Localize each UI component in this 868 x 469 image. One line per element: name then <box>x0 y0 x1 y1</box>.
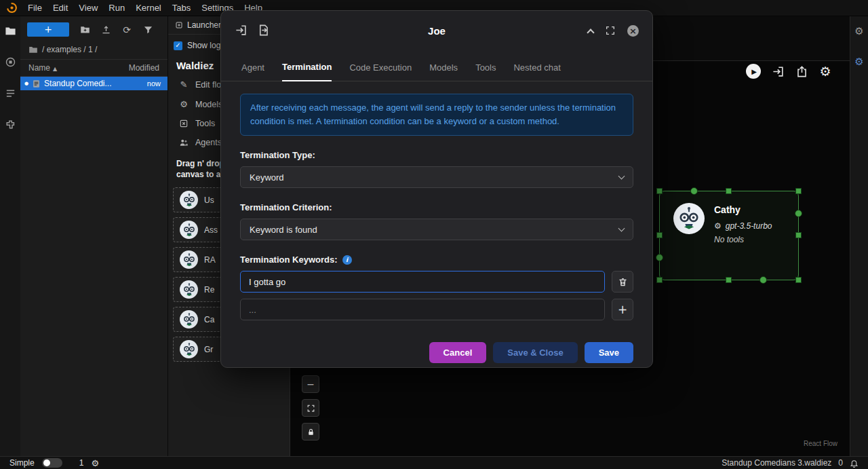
menu-file[interactable]: File <box>22 0 47 16</box>
jupyterlab-window: File Edit View Run Kernel Tabs Settings … <box>0 0 868 469</box>
termination-keyword-input[interactable] <box>240 271 605 293</box>
robot-avatar <box>180 250 198 269</box>
delete-keyword-button[interactable] <box>612 271 633 293</box>
agent-node-cathy[interactable]: Cathy ⚙ gpt-3.5-turbo No tools <box>659 191 799 280</box>
node-model: ⚙ gpt-3.5-turbo <box>714 221 772 231</box>
tools-icon <box>178 119 189 128</box>
resize-handle-nw[interactable] <box>656 188 663 194</box>
run-flow-button[interactable]: ▶ <box>746 64 761 79</box>
export-agent-icon[interactable] <box>257 24 271 37</box>
tab-tools[interactable]: Tools <box>475 62 496 81</box>
menu-tabs[interactable]: Tabs <box>167 0 196 16</box>
cancel-button[interactable]: Cancel <box>429 342 487 363</box>
column-modified[interactable]: Modified <box>129 63 159 73</box>
robot-avatar <box>180 191 198 209</box>
chevron-down-icon <box>618 225 625 231</box>
termination-info-box: After receiving each message, the agent … <box>240 94 633 136</box>
agents-icon <box>178 138 189 147</box>
save-button[interactable]: Save <box>585 342 633 363</box>
kernel-count[interactable]: 1 <box>79 458 84 468</box>
bell-icon[interactable] <box>850 459 859 468</box>
table-of-contents-icon[interactable] <box>5 88 16 99</box>
termination-type-label: Termination Type: <box>240 150 633 160</box>
file-modified: now <box>147 79 163 88</box>
menu-edit[interactable]: Edit <box>47 0 73 16</box>
file-browser-toolbar: + ⟳ <box>20 16 167 41</box>
check-icon: ✓ <box>175 42 180 49</box>
launcher-icon <box>175 21 183 29</box>
connection-handle-bottom[interactable] <box>760 276 767 284</box>
refresh-icon[interactable]: ⟳ <box>121 24 132 35</box>
activity-bar <box>0 16 20 456</box>
save-and-close-button[interactable]: Save & Close <box>493 342 577 363</box>
extensions-icon[interactable] <box>5 119 16 130</box>
tab-models[interactable]: Models <box>429 62 458 81</box>
file-name: Standup Comedi... <box>44 79 144 88</box>
pencil-icon: ✎ <box>178 79 189 90</box>
tab-termination[interactable]: Termination <box>282 62 332 81</box>
add-keyword-button[interactable]: + <box>612 299 633 320</box>
tab-nested-chat[interactable]: Nested chat <box>513 62 560 81</box>
extension-gear-icon[interactable]: ⚙ <box>854 57 863 67</box>
resize-handle-se[interactable] <box>795 277 802 283</box>
modal-tabs: Agent Termination Code Execution Models … <box>221 50 652 81</box>
robot-avatar <box>673 203 705 234</box>
new-keyword-input[interactable] <box>240 299 605 320</box>
resize-handle-w[interactable] <box>656 232 663 238</box>
import-flow-icon[interactable] <box>771 64 785 78</box>
resize-handle-e[interactable] <box>795 232 802 238</box>
tab-agent[interactable]: Agent <box>241 62 264 81</box>
settings-gear-icon[interactable]: ⚙ <box>818 64 832 78</box>
resize-handle-n[interactable] <box>726 188 732 194</box>
filter-icon[interactable] <box>142 24 153 35</box>
robot-avatar <box>180 280 198 299</box>
connection-handle-top[interactable] <box>690 187 698 195</box>
termination-keywords-label: Termination Keywords: i <box>240 255 633 265</box>
file-browser-icon[interactable] <box>5 25 16 37</box>
close-icon[interactable]: × <box>627 25 639 37</box>
info-icon[interactable]: i <box>342 255 352 265</box>
menu-run[interactable]: Run <box>103 0 130 16</box>
breadcrumb[interactable]: / examples / 1 / <box>20 41 167 59</box>
modal-content: After receiving each message, the agent … <box>221 81 652 363</box>
new-folder-icon[interactable] <box>79 24 90 35</box>
node-body: Cathy ⚙ gpt-3.5-turbo No tools <box>714 203 772 280</box>
tab-code-execution[interactable]: Code Execution <box>349 62 412 81</box>
menu-kernel[interactable]: Kernel <box>130 0 167 16</box>
keyword-row <box>240 271 633 293</box>
running-kernels-icon[interactable] <box>5 56 16 68</box>
zoom-out-button[interactable]: − <box>302 375 319 393</box>
reactflow-attribution: React Flow <box>804 440 837 447</box>
file-row[interactable]: ● Standup Comedi... now <box>20 77 167 90</box>
collapse-icon[interactable] <box>587 29 594 36</box>
mode-toggle[interactable] <box>42 458 62 468</box>
gear-icon[interactable]: ⚙ <box>91 458 99 468</box>
fit-view-button[interactable] <box>302 399 319 417</box>
modal-header-actions: × <box>588 25 639 37</box>
lock-button[interactable] <box>302 423 319 440</box>
upload-icon[interactable] <box>100 24 111 35</box>
node-tools: No tools <box>714 235 772 244</box>
termination-type-select[interactable]: Keyword <box>240 166 633 188</box>
termination-criterion-select[interactable]: Keyword is found <box>240 219 633 240</box>
export-flow-icon[interactable] <box>795 64 808 78</box>
resize-handle-sw[interactable] <box>656 277 663 283</box>
show-logs-label: Show logs <box>187 41 224 50</box>
resize-handle-ne[interactable] <box>795 188 802 194</box>
menu-view[interactable]: View <box>73 0 103 16</box>
notification-count: 0 <box>838 458 843 468</box>
connection-handle-right[interactable] <box>795 210 802 217</box>
column-name[interactable]: Name▲ <box>28 63 57 73</box>
new-launcher-button[interactable]: + <box>27 22 69 37</box>
resize-handle-s[interactable] <box>726 277 732 283</box>
current-file-label[interactable]: Standup Comedians 3.waldiez <box>722 458 831 468</box>
import-agent-icon[interactable] <box>235 24 248 37</box>
agent-settings-modal: Joe × Agent Termination Code Execution M… <box>220 10 653 368</box>
property-inspector-gear-icon[interactable]: ⚙ <box>854 26 863 37</box>
connection-handle-left[interactable] <box>656 254 663 261</box>
app-logo-icon[interactable] <box>6 2 18 14</box>
maximize-icon[interactable] <box>605 25 616 36</box>
tab-launcher[interactable]: Launcher <box>168 16 229 34</box>
sort-asc-icon: ▲ <box>53 66 57 72</box>
show-logs-checkbox[interactable]: ✓ <box>174 41 182 50</box>
